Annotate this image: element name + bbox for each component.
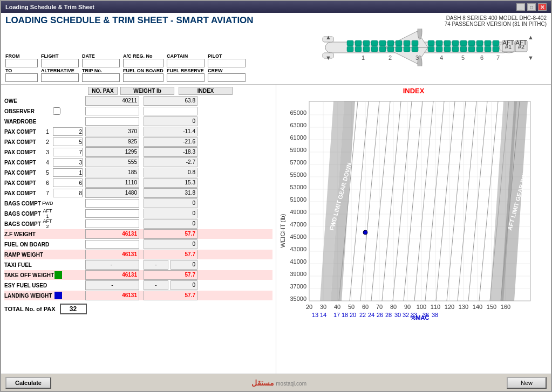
pax-1-count-input[interactable] (53, 127, 83, 136)
pax-row-4: PAX COMPT 4 555 -2.7 (4, 157, 272, 167)
svg-text:#1: #1 (505, 44, 512, 50)
svg-text:5: 5 (461, 54, 465, 61)
crew-input[interactable] (208, 73, 246, 82)
esy-index-dash: - (144, 280, 168, 290)
wardrobe-weight-input[interactable] (85, 117, 139, 126)
svg-rect-19 (444, 40, 451, 46)
landing-weight-row: LANDING WEIGHT 46131 57.7 (4, 291, 272, 300)
takeoff-green-indicator (54, 271, 62, 279)
esy-index-value: 0 (171, 280, 197, 290)
svg-text:36: 36 (422, 312, 429, 318)
trip-no-label: TRIP No. (82, 68, 120, 73)
ramp-weight-row: RAMP WEIGHT 46131 57.7 (4, 250, 272, 259)
col-header-weight: WEIGHT lb (120, 87, 174, 95)
trip-no-input[interactable] (82, 73, 120, 82)
bags-fwd-weight-input[interactable] (85, 199, 139, 208)
owe-index: 63.8 (144, 96, 197, 106)
chart-title: INDEX (280, 87, 548, 95)
svg-text:160: 160 (501, 304, 510, 310)
svg-text:18: 18 (342, 312, 348, 318)
esy-fuel-label: ESY FUEL USED (4, 283, 53, 288)
owe-row: OWE 40211 63.8 (4, 96, 272, 106)
fuel-reserve-input[interactable] (167, 73, 205, 82)
svg-text:13: 13 (312, 312, 318, 318)
pax-2-count-input[interactable] (53, 137, 83, 146)
bags-aft1-row: BAGS COMPT AFT 1 0 (4, 209, 272, 218)
svg-rect-23 (476, 40, 483, 46)
data-point (363, 230, 367, 235)
zf-weight-value: 46131 (85, 229, 139, 239)
observer-index-input[interactable] (144, 107, 197, 115)
to-input[interactable] (5, 73, 38, 82)
svg-text:57000: 57000 (290, 159, 306, 166)
chart-svg: WEIGHT (lb) 20 30 40 50 60 70 80 90 (280, 96, 544, 328)
flight-input[interactable] (41, 59, 79, 67)
dash8-info: DASH 8 SERIES 400 MODEL DHC-8-402 (445, 15, 547, 21)
pax-7-count-input[interactable] (53, 189, 83, 197)
bags-aft2-index: 0 (144, 219, 197, 229)
svg-text:65000: 65000 (290, 109, 306, 116)
minimize-button[interactable]: _ (516, 3, 525, 11)
observer-checkbox[interactable] (53, 107, 60, 115)
taxi-index-value: 0 (171, 260, 197, 270)
svg-text:43000: 43000 (290, 246, 306, 252)
taxi-fuel-label: TAXI FUEL (4, 262, 53, 268)
svg-text:110: 110 (431, 304, 440, 310)
svg-text:37000: 37000 (290, 283, 306, 290)
pax-row-3: PAX COMPT 3 1295 -18.3 (4, 147, 272, 157)
landing-blue-indicator (54, 292, 62, 299)
observer-weight-input[interactable] (85, 107, 139, 115)
fuel-board-index: 0 (144, 239, 197, 249)
takeoff-weight-row: TAKE OFF WEIGHT 46131 57.7 (4, 270, 272, 280)
pilot-input[interactable] (208, 59, 246, 67)
svg-text:33: 33 (411, 312, 417, 318)
pax-compt-num-1: 1 (42, 129, 53, 135)
alternative-input[interactable] (41, 73, 79, 82)
fuel-on-board-input[interactable] (123, 73, 163, 82)
svg-text:20: 20 (350, 312, 356, 318)
app-title: LOADING SCHEDULE & TRIM SHEET - SMART AV… (5, 15, 254, 26)
pax-5-index: 0.8 (144, 168, 197, 177)
svg-text:39000: 39000 (290, 271, 306, 277)
pax-compt-label-1: PAX COMPT (4, 129, 42, 135)
maximize-button[interactable]: □ (527, 3, 536, 11)
zf-weight-label: Z.F WEIGHT (4, 231, 53, 237)
pax-3-count-input[interactable] (53, 148, 83, 156)
bags-aft2-weight-input[interactable] (85, 219, 139, 228)
svg-text:59000: 59000 (290, 147, 306, 153)
pax-row-2: PAX COMPT 2 925 -21.6 (4, 137, 272, 147)
svg-text:26: 26 (377, 312, 383, 318)
svg-text:▼: ▼ (528, 54, 534, 61)
close-button[interactable]: ✕ (538, 3, 547, 11)
captain-input[interactable] (167, 59, 205, 67)
new-button[interactable]: New (507, 377, 547, 389)
svg-text:38: 38 (432, 312, 438, 318)
svg-rect-41 (476, 46, 483, 52)
chart-container: WEIGHT (lb) 20 30 40 50 60 70 80 90 (280, 96, 548, 329)
svg-text:30: 30 (394, 312, 401, 318)
date-input[interactable] (82, 59, 120, 67)
svg-text:50: 50 (348, 304, 355, 310)
pax-4-count-input[interactable] (53, 158, 83, 167)
from-input[interactable] (5, 59, 38, 67)
esy-weight-value: - (85, 280, 139, 290)
calculate-button[interactable]: Calculate (5, 377, 51, 389)
fuel-board-weight-input[interactable] (85, 240, 139, 249)
bags-fwd-row: BAGS COMPT FWD 0 (4, 198, 272, 208)
bags-aft1-weight-input[interactable] (85, 209, 139, 218)
svg-text:100: 100 (417, 304, 426, 310)
owe-weight: 40211 (85, 96, 139, 106)
pax-6-count-input[interactable] (53, 178, 83, 187)
ac-reg-input[interactable] (123, 59, 163, 67)
pax-5-count-input[interactable] (53, 168, 83, 177)
svg-rect-10 (363, 40, 370, 46)
svg-text:28: 28 (385, 312, 392, 318)
total-pax-input[interactable] (60, 304, 87, 314)
pax-4-index: -2.7 (144, 157, 197, 167)
svg-rect-40 (468, 46, 475, 52)
pax-2-index: -21.6 (144, 137, 197, 147)
pax-row-6: PAX COMPT 6 1110 15.3 (4, 178, 272, 188)
svg-rect-27 (355, 46, 362, 52)
svg-rect-11 (371, 40, 378, 46)
taxi-fuel-row: TAXI FUEL - - 0 (4, 260, 272, 270)
